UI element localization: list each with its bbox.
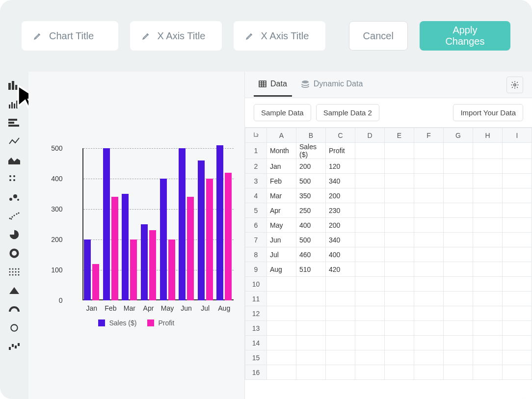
cell[interactable]: Apr bbox=[267, 203, 296, 218]
cell[interactable]: 400 bbox=[296, 218, 326, 233]
cell[interactable] bbox=[503, 188, 532, 203]
cell[interactable] bbox=[444, 203, 473, 218]
cell[interactable] bbox=[296, 306, 326, 321]
sheet-corner[interactable] bbox=[245, 128, 267, 143]
column-header[interactable]: C bbox=[326, 128, 355, 143]
cell[interactable] bbox=[473, 233, 503, 247]
gauge-icon[interactable] bbox=[8, 304, 21, 314]
cell[interactable] bbox=[414, 143, 444, 159]
bar[interactable] bbox=[149, 230, 156, 300]
cell[interactable]: Month bbox=[267, 143, 296, 159]
pyramid-icon[interactable] bbox=[8, 286, 21, 295]
cell[interactable]: Feb bbox=[267, 174, 296, 188]
cell[interactable] bbox=[473, 306, 503, 321]
column-header[interactable]: A bbox=[267, 128, 296, 143]
cell[interactable] bbox=[414, 306, 444, 321]
cell[interactable] bbox=[503, 233, 532, 247]
cell[interactable] bbox=[414, 365, 444, 380]
cell[interactable] bbox=[385, 292, 414, 306]
cell[interactable] bbox=[385, 143, 414, 159]
bar[interactable] bbox=[84, 239, 91, 300]
cell[interactable] bbox=[385, 247, 414, 262]
row-header[interactable]: 10 bbox=[245, 277, 267, 292]
cell[interactable] bbox=[473, 247, 503, 262]
bar[interactable] bbox=[168, 239, 175, 300]
cell[interactable] bbox=[444, 321, 473, 336]
cell[interactable] bbox=[473, 262, 503, 277]
cell[interactable] bbox=[414, 262, 444, 277]
column-chart-icon[interactable] bbox=[8, 99, 21, 109]
cell[interactable] bbox=[326, 321, 355, 336]
row-header[interactable]: 9 bbox=[245, 262, 267, 277]
bar[interactable] bbox=[160, 179, 167, 300]
row-header[interactable]: 4 bbox=[245, 188, 267, 203]
bar[interactable] bbox=[141, 224, 148, 300]
cell[interactable]: Jul bbox=[267, 247, 296, 262]
cell[interactable] bbox=[355, 203, 385, 218]
bar[interactable] bbox=[198, 160, 205, 300]
cell[interactable] bbox=[473, 350, 503, 365]
cell[interactable] bbox=[296, 365, 326, 380]
cell[interactable] bbox=[385, 188, 414, 203]
apply-changes-button[interactable]: Apply Changes bbox=[420, 21, 510, 51]
cell[interactable] bbox=[326, 350, 355, 365]
area-chart-icon[interactable] bbox=[8, 155, 21, 165]
cell[interactable] bbox=[355, 174, 385, 188]
chart-title-input[interactable]: Chart Title bbox=[22, 21, 118, 51]
cell[interactable] bbox=[414, 218, 444, 233]
cell[interactable] bbox=[444, 159, 473, 174]
cell[interactable] bbox=[473, 188, 503, 203]
cell[interactable] bbox=[355, 159, 385, 174]
bar[interactable] bbox=[216, 145, 223, 300]
cell[interactable] bbox=[444, 365, 473, 380]
cell[interactable] bbox=[355, 262, 385, 277]
cell[interactable] bbox=[414, 292, 444, 306]
cell[interactable] bbox=[296, 350, 326, 365]
cell[interactable] bbox=[385, 203, 414, 218]
cell[interactable] bbox=[444, 262, 473, 277]
cell[interactable] bbox=[444, 306, 473, 321]
cell[interactable] bbox=[503, 143, 532, 159]
cell[interactable] bbox=[444, 292, 473, 306]
cell[interactable] bbox=[296, 321, 326, 336]
cell[interactable]: Mar bbox=[267, 188, 296, 203]
row-header[interactable]: 5 bbox=[245, 203, 267, 218]
bubble-chart-icon[interactable] bbox=[8, 192, 21, 202]
column-header[interactable]: G bbox=[444, 128, 473, 143]
cell[interactable] bbox=[355, 247, 385, 262]
cell[interactable] bbox=[385, 218, 414, 233]
tab-dynamic-data[interactable]: Dynamic Data bbox=[296, 73, 368, 97]
cell[interactable] bbox=[355, 321, 385, 336]
cell[interactable] bbox=[326, 292, 355, 306]
cell[interactable] bbox=[503, 306, 532, 321]
cell[interactable]: 400 bbox=[326, 247, 355, 262]
cell[interactable] bbox=[355, 277, 385, 292]
cell[interactable] bbox=[503, 292, 532, 306]
cell[interactable] bbox=[326, 277, 355, 292]
cell[interactable] bbox=[473, 159, 503, 174]
import-data-button[interactable]: Import Your Data bbox=[453, 104, 523, 121]
cell[interactable] bbox=[473, 218, 503, 233]
cell[interactable] bbox=[296, 336, 326, 350]
cell[interactable] bbox=[473, 336, 503, 350]
cell[interactable]: 460 bbox=[296, 247, 326, 262]
cell[interactable] bbox=[414, 277, 444, 292]
cell[interactable] bbox=[444, 218, 473, 233]
cell[interactable] bbox=[503, 350, 532, 365]
cell[interactable]: Aug bbox=[267, 262, 296, 277]
cell[interactable] bbox=[326, 306, 355, 321]
cell[interactable] bbox=[385, 159, 414, 174]
bar[interactable] bbox=[103, 148, 110, 300]
cell[interactable] bbox=[267, 277, 296, 292]
cell[interactable]: 200 bbox=[326, 188, 355, 203]
cell[interactable] bbox=[385, 233, 414, 247]
cell[interactable]: 500 bbox=[296, 174, 326, 188]
cell[interactable] bbox=[503, 336, 532, 350]
row-header[interactable]: 8 bbox=[245, 247, 267, 262]
cell[interactable] bbox=[414, 336, 444, 350]
scatter-grid-icon[interactable] bbox=[8, 211, 21, 221]
cell[interactable]: 250 bbox=[296, 203, 326, 218]
cell[interactable]: Jun bbox=[267, 233, 296, 247]
cell[interactable] bbox=[444, 336, 473, 350]
cell[interactable]: Jan bbox=[267, 159, 296, 174]
